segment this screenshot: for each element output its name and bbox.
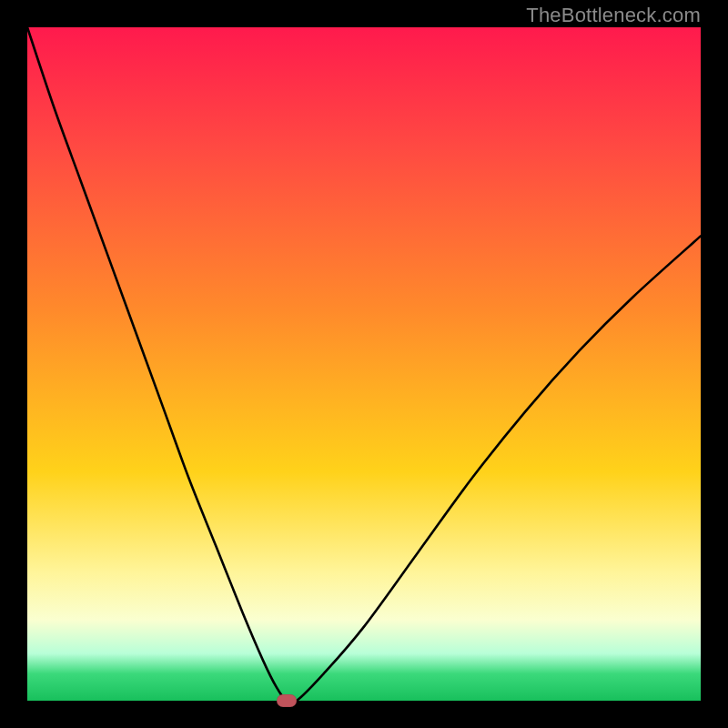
optimum-marker xyxy=(277,694,297,707)
curve-svg xyxy=(27,27,701,701)
chart-frame: TheBottleneck.com xyxy=(0,0,728,728)
watermark-text: TheBottleneck.com xyxy=(526,4,701,27)
plot-area xyxy=(27,27,701,701)
bottleneck-curve xyxy=(27,27,701,703)
